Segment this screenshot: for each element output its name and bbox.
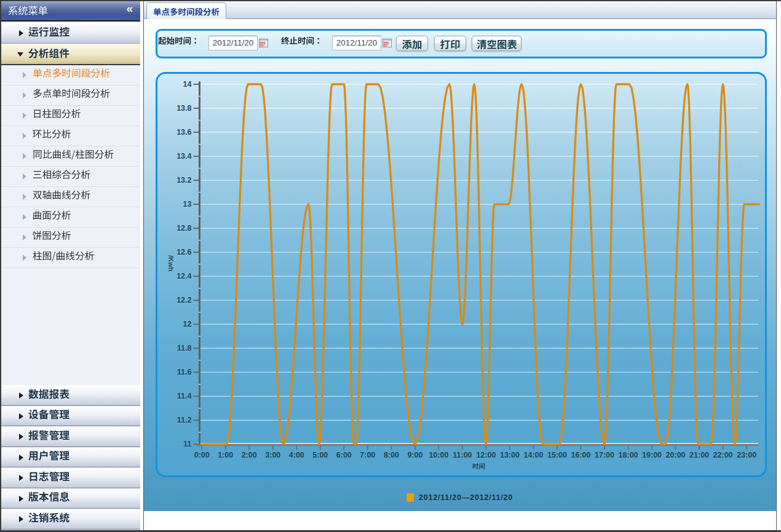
svg-text:19:00: 19:00	[642, 451, 662, 459]
svg-text:12:00: 12:00	[476, 451, 496, 459]
svg-text:6:00: 6:00	[336, 451, 352, 459]
svg-text:13.2: 13.2	[176, 176, 191, 185]
svg-text:12.2: 12.2	[176, 296, 191, 304]
svg-text:11.8: 11.8	[177, 344, 192, 352]
svg-text:23:00: 23:00	[737, 451, 756, 459]
svg-text:22:00: 22:00	[713, 451, 733, 459]
svg-text:11: 11	[183, 440, 191, 448]
svg-text:12.4: 12.4	[176, 272, 191, 280]
svg-text:17:00: 17:00	[595, 451, 614, 459]
svg-text:13.4: 13.4	[176, 152, 191, 161]
svg-text:11.6: 11.6	[177, 368, 192, 376]
svg-text:10:00: 10:00	[429, 451, 448, 459]
svg-text:14: 14	[183, 80, 192, 89]
svg-text:5:00: 5:00	[312, 451, 328, 459]
svg-text:13:00: 13:00	[500, 451, 520, 459]
svg-text:20:00: 20:00	[666, 451, 686, 459]
svg-text:4:00: 4:00	[289, 451, 304, 459]
svg-text:1:00: 1:00	[218, 451, 233, 459]
svg-text:15:00: 15:00	[547, 451, 567, 459]
svg-text:14:00: 14:00	[524, 451, 544, 459]
svg-text:8:00: 8:00	[384, 451, 399, 459]
svg-text:11.2: 11.2	[177, 416, 192, 424]
svg-text:16:00: 16:00	[571, 451, 591, 459]
svg-text:21:00: 21:00	[689, 451, 709, 459]
svg-text:11.4: 11.4	[177, 392, 192, 400]
svg-text:9:00: 9:00	[407, 451, 422, 459]
svg-text:3:00: 3:00	[265, 451, 280, 459]
svg-text:12.6: 12.6	[176, 248, 191, 256]
svg-text:12: 12	[183, 320, 192, 328]
svg-text:13.8: 13.8	[176, 104, 191, 113]
svg-text:7:00: 7:00	[360, 451, 375, 459]
svg-text:0:00: 0:00	[194, 451, 210, 459]
svg-text:/Kwh: /Kwh	[167, 255, 175, 272]
svg-text:11:00: 11:00	[453, 451, 472, 459]
svg-text:13: 13	[183, 200, 192, 208]
svg-text:13.6: 13.6	[176, 128, 191, 137]
svg-text:2:00: 2:00	[242, 451, 257, 459]
svg-text:12.8: 12.8	[176, 224, 191, 232]
svg-text:18:00: 18:00	[619, 451, 638, 459]
